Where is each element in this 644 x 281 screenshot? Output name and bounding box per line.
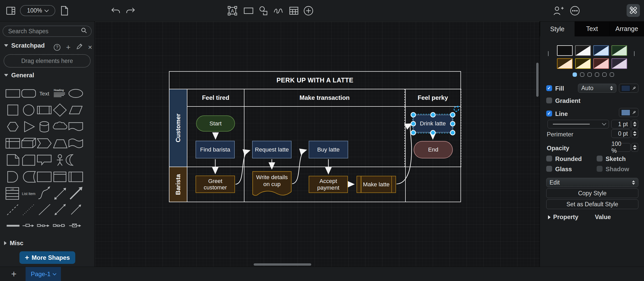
copy-style-button[interactable]: Copy Style bbox=[546, 188, 638, 198]
page-outline-icon[interactable] bbox=[59, 5, 70, 16]
shape-hexagon[interactable] bbox=[7, 122, 18, 131]
resize-handle-ne[interactable] bbox=[450, 112, 455, 117]
general-section-header[interactable]: General bbox=[4, 72, 34, 79]
add-to-scratchpad-icon[interactable]: + bbox=[66, 43, 71, 52]
shape-text[interactable]: Text bbox=[39, 91, 49, 96]
line-style-select[interactable] bbox=[548, 120, 609, 128]
shape-step[interactable] bbox=[37, 139, 51, 148]
rounded-checkbox[interactable] bbox=[546, 156, 552, 161]
shape-horizontal-container[interactable] bbox=[69, 172, 83, 182]
shape-callout[interactable] bbox=[37, 155, 51, 165]
style-swatch-red[interactable] bbox=[593, 58, 609, 69]
lane-customer[interactable]: Customer bbox=[169, 89, 187, 167]
shape-card[interactable] bbox=[23, 155, 35, 165]
pool-title[interactable]: PERK UP WITH A LATTE bbox=[169, 72, 460, 89]
shape-and[interactable] bbox=[8, 171, 18, 182]
shape-textbox-heading[interactable]: Heading bbox=[54, 89, 65, 97]
node-start[interactable]: Start bbox=[196, 115, 235, 132]
shape-arrow[interactable] bbox=[70, 187, 82, 199]
node-write-details[interactable]: Write details on cup bbox=[252, 171, 292, 198]
resize-handle-sw[interactable] bbox=[411, 130, 416, 135]
swatch-page-dot-3[interactable] bbox=[587, 72, 592, 77]
tab-style[interactable]: Style bbox=[540, 21, 575, 36]
property-expand-icon[interactable] bbox=[548, 215, 551, 219]
shapes-tool-icon[interactable] bbox=[258, 5, 269, 16]
set-default-style-button[interactable]: Set as Default Style bbox=[546, 199, 638, 209]
tab-arrange[interactable]: Arrange bbox=[609, 21, 644, 36]
style-swatch-yellow[interactable] bbox=[575, 58, 591, 69]
rectangle-tool-icon[interactable] bbox=[243, 5, 254, 16]
line-checkbox[interactable] bbox=[546, 111, 552, 116]
text-tool-icon[interactable]: A bbox=[227, 5, 238, 16]
redo-icon[interactable] bbox=[125, 5, 136, 16]
sketch-checkbox[interactable] bbox=[597, 156, 603, 161]
node-buy-latte[interactable]: Buy latte bbox=[309, 141, 348, 158]
swatch-prev-icon[interactable] bbox=[546, 51, 553, 57]
resize-handle-n[interactable] bbox=[430, 112, 436, 117]
misc-section-header[interactable]: Misc bbox=[4, 240, 23, 247]
style-swatch-default[interactable] bbox=[557, 45, 573, 56]
phase-feel-tired[interactable]: Feel tired bbox=[187, 89, 244, 107]
edit-style-select[interactable]: Edit bbox=[546, 178, 638, 187]
shape-tape[interactable] bbox=[69, 139, 83, 148]
style-swatch-gray[interactable] bbox=[575, 45, 591, 56]
shape-cloud[interactable] bbox=[53, 122, 67, 129]
phase-feel-perky[interactable]: Feel perky bbox=[405, 89, 460, 107]
style-swatch-orange[interactable] bbox=[557, 58, 573, 69]
style-swatch-green[interactable] bbox=[611, 45, 627, 56]
shape-note[interactable] bbox=[7, 155, 19, 165]
line-width-stepper[interactable] bbox=[631, 120, 638, 128]
shape-source-target-arrow[interactable] bbox=[53, 224, 65, 227]
search-input[interactable]: Search Shapes bbox=[3, 26, 92, 37]
shape-vertical-container[interactable] bbox=[54, 172, 66, 182]
page-tab[interactable]: Page-1 bbox=[26, 267, 61, 281]
insert-tool-icon[interactable] bbox=[303, 5, 314, 16]
shape-diamond[interactable] bbox=[53, 104, 66, 116]
node-make-latte[interactable]: Make latte bbox=[357, 176, 396, 193]
fill-checkbox[interactable] bbox=[546, 85, 552, 91]
horizontal-scrollbar[interactable] bbox=[254, 263, 311, 266]
style-swatch-blue[interactable] bbox=[593, 45, 609, 56]
vertical-scrollbar[interactable] bbox=[536, 63, 539, 97]
node-accept-payment[interactable]: Accept payment bbox=[309, 176, 348, 193]
resize-handle-nw[interactable] bbox=[411, 112, 416, 117]
swatch-next-icon[interactable] bbox=[632, 51, 639, 57]
edit-scratchpad-icon[interactable] bbox=[76, 44, 82, 51]
resize-handle-se[interactable] bbox=[450, 130, 455, 135]
more-shapes-button[interactable]: + More Shapes bbox=[19, 251, 75, 264]
help-icon[interactable]: ? bbox=[54, 44, 60, 51]
diagram-canvas[interactable]: PERK UP WITH A LATTE Customer Barista Fe… bbox=[95, 21, 540, 267]
tab-text[interactable]: Text bbox=[575, 21, 609, 36]
shape-parallelogram[interactable] bbox=[69, 106, 82, 114]
swatch-page-dot-2[interactable] bbox=[580, 72, 584, 77]
shape-line[interactable] bbox=[39, 204, 50, 215]
shape-label-arrow[interactable] bbox=[23, 224, 34, 227]
shape-list-item[interactable]: List Item bbox=[22, 192, 36, 196]
more-options-icon[interactable] bbox=[569, 5, 581, 16]
shape-bidirectional-arrow[interactable] bbox=[54, 188, 66, 200]
shape-document[interactable] bbox=[69, 123, 83, 131]
line-width-field[interactable]: 1 pt bbox=[611, 120, 631, 128]
opacity-field[interactable]: 100 % bbox=[611, 143, 631, 152]
shape-triangle[interactable] bbox=[25, 122, 34, 132]
resize-handle-s[interactable] bbox=[430, 130, 436, 135]
shape-bidirectional-connector[interactable] bbox=[55, 204, 66, 215]
table-tool-icon[interactable] bbox=[288, 5, 299, 16]
shape-data-storage[interactable] bbox=[23, 171, 35, 182]
swatch-page-dot-5[interactable] bbox=[602, 72, 607, 77]
shape-container[interactable] bbox=[37, 172, 51, 182]
swatch-page-dot-1[interactable] bbox=[573, 72, 577, 77]
shape-process[interactable] bbox=[37, 106, 51, 114]
shape-curve[interactable] bbox=[38, 188, 49, 199]
resize-handle-w[interactable] bbox=[411, 121, 416, 126]
shape-directional-connector[interactable] bbox=[71, 204, 81, 214]
add-page-button[interactable]: + bbox=[8, 268, 20, 280]
shape-actor[interactable] bbox=[57, 155, 63, 166]
phase-make-transaction[interactable]: Make transaction bbox=[244, 89, 405, 107]
shape-source-arrow[interactable] bbox=[37, 224, 49, 227]
shape-or[interactable] bbox=[66, 155, 73, 165]
resize-handle-e[interactable] bbox=[450, 121, 455, 126]
style-swatch-purple[interactable] bbox=[611, 58, 627, 69]
shape-rectangle[interactable] bbox=[6, 90, 20, 97]
search-icon[interactable] bbox=[81, 27, 87, 35]
